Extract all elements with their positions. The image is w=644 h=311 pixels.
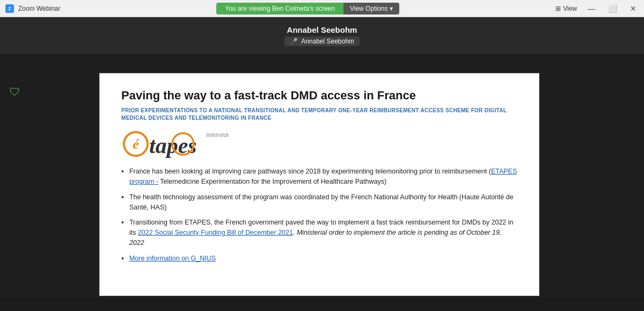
svg-text:télémédecine: télémédecine (206, 132, 229, 138)
funding-bill-link[interactable]: 2022 Social Security Funding Bill of Dec… (138, 229, 293, 236)
slide-inner: Paving the way to a fast-track DMD acces… (100, 74, 539, 295)
bullet-dot-2: • (121, 193, 124, 201)
gnius-link[interactable]: More information on G_NIUS (129, 255, 216, 262)
bullet-item-1: • France has been looking at improving c… (121, 167, 517, 187)
speaker-name-main: Annabel Seebohm (287, 25, 357, 34)
title-bar: Z Zoom Webinar You are viewing Ben Celme… (0, 0, 644, 17)
bullet-text-1: France has been looking at improving car… (129, 167, 517, 187)
bullet-dot-1: • (121, 167, 124, 176)
speaker-bar: Annabel Seebohm 🎤 Annabel Seebohm (0, 17, 644, 54)
title-bar-center: You are viewing Ben Celmeta's screen Vie… (216, 3, 399, 15)
bullet-dot-3: • (121, 218, 124, 227)
bullet-dot-4: • (121, 254, 124, 263)
shield-area: 🛡 (10, 86, 20, 98)
bullet-item-4: • More information on G_NIUS (121, 254, 517, 264)
bullet-text-3: Transitioning from ETAPES, the French go… (129, 218, 517, 248)
zoom-logo-icon: Z (5, 4, 14, 13)
speaker-badge: 🎤 Annabel Seebohm (284, 37, 360, 46)
shield-icon: 🛡 (10, 86, 20, 98)
mic-icon: 🎤 (290, 38, 298, 45)
minimize-button[interactable]: — (586, 3, 597, 14)
maximize-button[interactable]: ⬜ (606, 3, 619, 14)
title-bar-left: Z Zoom Webinar (5, 4, 60, 13)
view-options-button[interactable]: View Options ▾ (343, 3, 399, 15)
slide-subtitle: PRIOR EXPERIMENTATIONS TO A NATIONAL TRA… (121, 107, 517, 122)
bullet-text-4: More information on G_NIUS (129, 254, 216, 264)
bullet-item-2: • The health technology assessment of th… (121, 192, 517, 213)
slide-container: Paving the way to a fast-track DMD acces… (99, 73, 539, 296)
bottom-bar (0, 298, 644, 311)
viewing-banner: You are viewing Ben Celmeta's screen (216, 3, 343, 15)
app-title: Zoom Webinar (18, 5, 60, 12)
speaker-badge-name: Annabel Seebohm (301, 38, 354, 45)
close-button[interactable]: ✕ (628, 3, 639, 14)
bullet-section: • France has been looking at improving c… (121, 167, 517, 263)
svg-text:é: é (133, 136, 140, 152)
bullet-item-3: • Transitioning from ETAPES, the French … (121, 218, 517, 248)
grid-icon: ⊞ (555, 5, 561, 12)
bullet-text-2: The health technology assessment of the … (129, 192, 517, 213)
etapes-logo-area: é tapes télémédecine (121, 129, 517, 159)
view-button[interactable]: ⊞ View (555, 5, 577, 12)
title-bar-right: ⊞ View — ⬜ ✕ (555, 3, 639, 14)
slide-title: Paving the way to a fast-track DMD acces… (121, 89, 517, 103)
etapes-svg: é tapes télémédecine (121, 129, 229, 159)
